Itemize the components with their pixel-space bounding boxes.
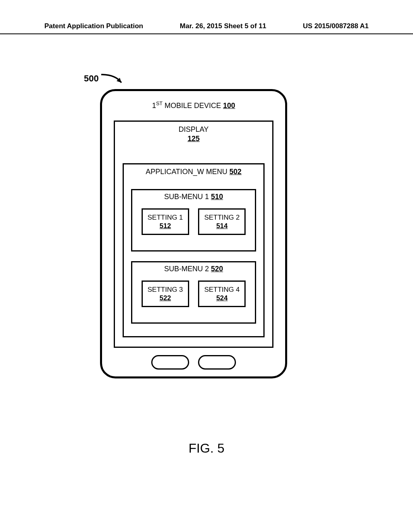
device-ref: 100	[223, 102, 235, 110]
hardware-button-right	[198, 355, 236, 370]
mobile-device-outline: 1ST MOBILE DEVICE 100 DISPLAY 125 APPLIC…	[100, 89, 287, 378]
setting-2-box: SETTING 2 514	[198, 208, 246, 235]
app-menu-title: APPLICATION_W MENU 502	[146, 168, 242, 176]
display-ref: 125	[188, 135, 200, 143]
display-box: DISPLAY 125 APPLICATION_W MENU 502 SUB-M…	[114, 121, 273, 348]
submenu-2-settings-row: SETTING 3 522 SETTING 4 524	[132, 281, 255, 307]
setting-1-box: SETTING 1 512	[142, 208, 189, 235]
hardware-buttons-row	[102, 355, 285, 370]
figure-caption: FIG. 5	[0, 441, 413, 456]
device-title: 1ST MOBILE DEVICE 100	[152, 101, 235, 110]
figure-reference-callout: 500	[84, 71, 125, 87]
header-left: Patent Application Publication	[44, 22, 143, 30]
submenu-1-box: SUB-MENU 1 510 SETTING 1 512 SETTING 2 5…	[131, 189, 256, 251]
leader-arrow-icon	[100, 71, 125, 87]
submenu-2-title: SUB-MENU 2 520	[164, 265, 223, 273]
page-header: Patent Application Publication Mar. 26, …	[0, 22, 413, 34]
setting-3-box: SETTING 3 522	[142, 281, 189, 307]
submenu-2-box: SUB-MENU 2 520 SETTING 3 522 SETTING 4 5…	[131, 261, 256, 324]
setting-4-box: SETTING 4 524	[198, 281, 246, 307]
header-center: Mar. 26, 2015 Sheet 5 of 11	[180, 22, 267, 30]
app-menu-ref: 502	[229, 168, 242, 176]
submenu-1-settings-row: SETTING 1 512 SETTING 2 514	[132, 208, 255, 235]
header-right: US 2015/0087288 A1	[303, 22, 369, 30]
hardware-button-left	[151, 355, 189, 370]
figure-ref-number: 500	[84, 73, 99, 84]
application-menu-box: APPLICATION_W MENU 502 SUB-MENU 1 510 SE…	[123, 163, 265, 337]
display-title: DISPLAY 125	[179, 125, 209, 143]
submenu-1-title: SUB-MENU 1 510	[164, 193, 223, 201]
